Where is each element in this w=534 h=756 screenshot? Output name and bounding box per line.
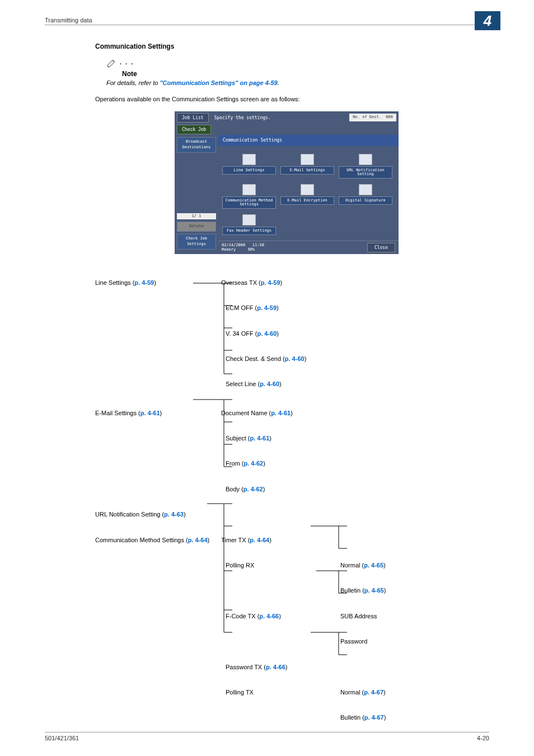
note-label: Note: [122, 69, 478, 79]
fax-header-button[interactable]: Fax Header Settings: [222, 227, 276, 235]
ref-link[interactable]: p. 4-62: [243, 460, 263, 467]
tree-bulletin-rx: Bulletin (p. 4-65): [340, 584, 435, 597]
device-title: Specify the settings.: [212, 115, 346, 121]
tree-check-dest: Check Dest. & Send (p. 4-60): [226, 353, 340, 365]
tree-ecm-off: ECM OFF (p. 4-59): [226, 302, 340, 314]
ref-link[interactable]: p. 4-61: [250, 435, 269, 442]
section-title: Transmitting data: [45, 17, 92, 24]
fax-header-icon: [242, 214, 256, 226]
ref-link[interactable]: p. 4-59: [257, 304, 277, 311]
ref-link[interactable]: p. 4-63: [164, 511, 184, 518]
footer-timestamp: 02/14/2008 11:50 Memory 90%: [222, 243, 264, 252]
intro-text: Operations available on the Communicatio…: [95, 95, 478, 104]
tree-v34-off: V. 34 OFF (p. 4-60): [226, 327, 340, 340]
ref-link[interactable]: p. 4-60: [285, 355, 305, 362]
close-button[interactable]: Close: [367, 243, 395, 252]
ref-link[interactable]: p. 4-61: [271, 410, 291, 416]
comm-method-icon: [242, 184, 256, 195]
check-job-settings-button[interactable]: Check Job Settings: [177, 234, 216, 250]
tree-fcode-tx: F-Code TX (p. 4-66): [226, 610, 340, 623]
tree-from: From (p. 4-62): [226, 457, 340, 470]
note-block: . . . Note For details, refer to "Commun…: [106, 57, 478, 87]
line-settings-icon: [242, 154, 256, 165]
ref-link[interactable]: p. 4-64: [250, 537, 269, 543]
footer-right: 4-20: [477, 735, 489, 741]
broadcast-destinations-button[interactable]: Broadcast Destinations: [177, 137, 216, 153]
ref-link[interactable]: p. 4-60: [257, 330, 277, 337]
device-screenshot: Job List Specify the settings. No. of De…: [175, 111, 399, 253]
chapter-badge: 4: [475, 11, 500, 30]
tree-subject: Subject (p. 4-61): [226, 432, 340, 445]
tree-comm-method: Communication Method Settings (p. 4-64): [95, 534, 221, 546]
email-encryption-button[interactable]: E-Mail Encryption: [280, 196, 334, 205]
ref-link[interactable]: p. 4-65: [364, 587, 384, 594]
tree-select-line: Select Line (p. 4-60): [226, 378, 340, 391]
tree-polling-rx: Polling RX: [226, 559, 340, 572]
line-settings-button[interactable]: Line Settings: [222, 166, 276, 175]
tree-overseas-tx: Overseas TX (p. 4-59): [221, 276, 336, 289]
ref-link[interactable]: p. 4-67: [364, 689, 383, 696]
tree-document-name: Document Name (p. 4-61): [221, 407, 336, 420]
page-header: Transmitting data: [45, 17, 489, 25]
comm-settings-tab: Communication Settings: [218, 135, 399, 145]
tree-url-notification: URL Notification Setting (p. 4-63): [95, 508, 221, 521]
page-footer: 501/421/361 4-20: [45, 732, 489, 741]
ref-link[interactable]: p. 4-59: [134, 279, 154, 286]
ref-link[interactable]: p. 4-66: [259, 613, 279, 619]
tree-password-tx: Password TX (p. 4-66): [226, 661, 340, 674]
ref-link[interactable]: p. 4-61: [140, 410, 160, 416]
note-link[interactable]: "Communication Settings" on page 4-59: [160, 79, 277, 86]
digital-signature-icon: [359, 184, 372, 195]
tree-email-settings: E-Mail Settings (p. 4-61): [95, 407, 221, 420]
ref-link[interactable]: p. 4-67: [364, 714, 384, 721]
note-icon: [106, 57, 118, 68]
tree-polling-tx: Polling TX: [226, 686, 340, 699]
job-list-button[interactable]: Job List: [177, 113, 209, 123]
footer-left: 501/421/361: [45, 735, 79, 741]
pager-indicator: 1/ 1: [177, 213, 216, 220]
url-notification-icon: [359, 154, 372, 165]
tree-body: Body (p. 4-62): [226, 483, 340, 496]
dest-count-box: No. of Dest. 000: [349, 114, 396, 121]
tree-bulletin-tx: Bulletin (p. 4-67): [340, 711, 435, 724]
settings-tree: Line Settings (p. 4-59) Overseas TX (p. …: [95, 276, 478, 741]
delete-button[interactable]: Delete: [177, 222, 216, 232]
check-job-button[interactable]: Check Job: [177, 125, 211, 134]
comm-method-button[interactable]: Communication Method Settings: [222, 196, 276, 209]
ref-link[interactable]: p. 4-62: [243, 486, 263, 492]
url-notification-button[interactable]: URL Notification Setting: [339, 166, 392, 179]
tree-timer-tx: Timer TX (p. 4-64): [221, 534, 336, 547]
ref-link[interactable]: p. 4-66: [266, 664, 285, 670]
ref-link[interactable]: p. 4-59: [261, 279, 280, 286]
subheading: Communication Settings: [95, 42, 478, 51]
ref-link[interactable]: p. 4-64: [188, 537, 208, 543]
tree-normal-rx: Normal (p. 4-65): [340, 559, 435, 572]
ref-link[interactable]: p. 4-60: [260, 381, 279, 387]
ref-link[interactable]: p. 4-65: [364, 562, 383, 569]
email-settings-icon: [301, 154, 314, 165]
digital-signature-button[interactable]: Digital Signature: [339, 196, 392, 205]
tree-sub-address: SUB Address: [340, 610, 435, 623]
tree-password: Password: [340, 635, 435, 648]
email-encryption-icon: [301, 184, 314, 195]
email-settings-button[interactable]: E-Mail Settings: [280, 166, 334, 175]
note-text: For details, refer to "Communication Set…: [106, 79, 478, 87]
tree-line-settings: Line Settings (p. 4-59): [95, 276, 221, 289]
tree-normal-tx: Normal (p. 4-67): [340, 686, 435, 699]
